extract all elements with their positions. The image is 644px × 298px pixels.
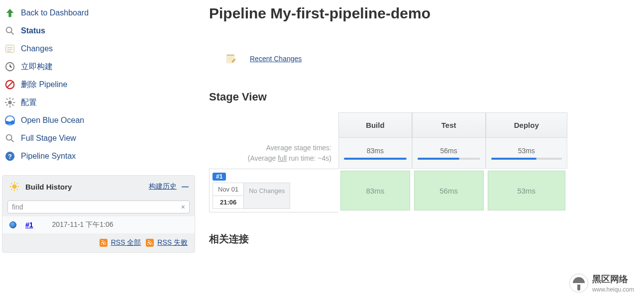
- nav-label: Back to Dashboard: [21, 8, 89, 17]
- stage-view-heading: Stage View: [209, 91, 629, 103]
- avg-label: Average stage times: (Average full run t…: [209, 138, 338, 169]
- help-icon: ?: [4, 150, 16, 162]
- page-title: Pipeline My-first-pipeline-demo: [209, 5, 629, 22]
- svg-rect-7: [5, 102, 7, 103]
- build-number-link[interactable]: #1: [25, 221, 33, 229]
- svg-rect-1: [6, 45, 14, 53]
- stage-col-deploy: Deploy: [486, 112, 568, 138]
- svg-rect-10: [12, 104, 14, 106]
- related-links-heading: 相关连接: [209, 232, 629, 246]
- notepad-icon: [4, 43, 16, 55]
- stage-col-test: Test: [412, 112, 486, 138]
- sun-icon: [8, 181, 20, 193]
- clear-icon[interactable]: ×: [181, 203, 185, 211]
- svg-point-4: [8, 100, 11, 104]
- avg-test: 56ms: [412, 138, 486, 169]
- magnifier-icon: [4, 132, 16, 144]
- sidebar: Back to Dashboard Status Changes 立即构建 删除…: [0, 0, 199, 257]
- nav-changes[interactable]: Changes: [2, 40, 195, 58]
- avg-build: 83ms: [338, 138, 412, 169]
- notepad-pencil-icon: [219, 47, 243, 71]
- arrow-up-icon: [4, 7, 16, 19]
- svg-rect-11: [12, 98, 14, 100]
- nav-configure[interactable]: 配置: [2, 94, 195, 111]
- nav-delete-pipeline[interactable]: 删除 Pipeline: [2, 76, 195, 94]
- nav-pipeline-syntax[interactable]: ? Pipeline Syntax: [2, 147, 195, 165]
- magnifier-icon: [4, 25, 16, 37]
- nav-full-stage-view[interactable]: Full Stage View: [2, 129, 195, 147]
- nav-label: 立即构建: [21, 62, 53, 72]
- svg-text:?: ?: [8, 153, 12, 160]
- collapse-icon[interactable]: —: [182, 183, 189, 191]
- build-row[interactable]: #1 2017-11-1 下午1:06: [2, 216, 195, 233]
- nav-status[interactable]: Status: [2, 22, 195, 40]
- nav-label: 配置: [21, 98, 37, 108]
- nav-label: Changes: [21, 44, 53, 53]
- prohibit-icon: [4, 79, 16, 91]
- svg-rect-9: [6, 98, 8, 100]
- stage-run-row[interactable]: #1 Nov 01 21:06 No Changes 83ms 56ms 53m…: [209, 169, 567, 212]
- build-history-title: Build History: [25, 183, 144, 191]
- svg-rect-5: [9, 98, 10, 99]
- clock-icon: [4, 61, 16, 73]
- avg-deploy: 53ms: [486, 138, 568, 169]
- recent-changes-link[interactable]: Recent Changes: [250, 55, 302, 63]
- main-content: Pipeline My-first-pipeline-demo Recent C…: [199, 0, 644, 257]
- run-changes: No Changes: [244, 183, 290, 209]
- nav-label: Status: [21, 26, 45, 35]
- nav-label: Pipeline Syntax: [21, 152, 76, 161]
- cell-deploy[interactable]: 53ms: [486, 169, 568, 212]
- rss-icon: [146, 239, 154, 247]
- rss-all-link[interactable]: RSS 全部: [100, 238, 141, 247]
- search-input[interactable]: [12, 203, 181, 211]
- build-status-ball-icon: [9, 221, 16, 228]
- nav-list: Back to Dashboard Status Changes 立即构建 删除…: [2, 4, 195, 165]
- svg-rect-8: [13, 102, 15, 103]
- gear-icon: [4, 97, 16, 108]
- svg-point-17: [12, 184, 16, 189]
- nav-label: Open Blue Ocean: [21, 116, 84, 125]
- rss-icon: [100, 239, 107, 247]
- nav-back-to-dashboard[interactable]: Back to Dashboard: [2, 4, 195, 22]
- nav-open-blue-ocean[interactable]: Open Blue Ocean: [2, 111, 195, 129]
- cell-test[interactable]: 56ms: [412, 169, 486, 212]
- nav-build-now[interactable]: 立即构建: [2, 58, 195, 76]
- build-history-trend-link[interactable]: 构建历史: [149, 182, 177, 191]
- svg-rect-6: [9, 105, 10, 107]
- build-history-search[interactable]: ×: [7, 200, 190, 213]
- run-badge: #1: [213, 173, 226, 181]
- rss-fail-link[interactable]: RSS 失败: [146, 238, 188, 247]
- stage-col-build: Build: [338, 112, 412, 138]
- build-history-panel: Build History 构建历史 — × #1 2017-11-1 下午1:…: [2, 175, 195, 253]
- recent-changes-block: Recent Changes: [219, 47, 629, 71]
- stage-view-table: Build Test Deploy Average stage times: (…: [209, 112, 567, 212]
- cell-build[interactable]: 83ms: [338, 169, 412, 212]
- blue-ocean-icon: [4, 114, 16, 126]
- nav-label: Full Stage View: [21, 134, 76, 143]
- build-timestamp: 2017-11-1 下午1:06: [52, 220, 113, 229]
- run-datetime: Nov 01 21:06: [213, 183, 244, 209]
- svg-point-0: [6, 27, 12, 33]
- svg-rect-12: [6, 104, 8, 106]
- svg-point-14: [6, 135, 12, 140]
- nav-label: 删除 Pipeline: [21, 80, 67, 90]
